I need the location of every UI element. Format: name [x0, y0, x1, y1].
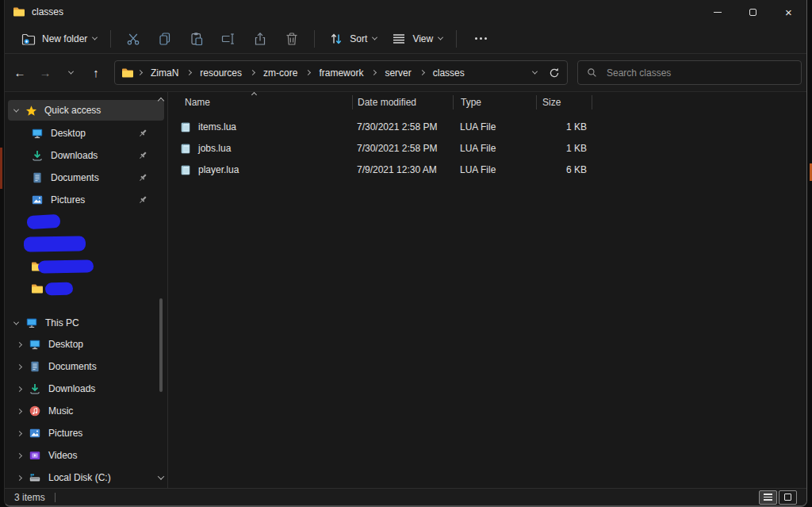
sidebar-item-pictures[interactable]: Pictures [5, 189, 167, 211]
sidebar-item-pc-desktop[interactable]: Desktop [5, 333, 167, 355]
sidebar-item-pc-downloads[interactable]: Downloads [5, 378, 167, 400]
sidebar-item-desktop[interactable]: Desktop [5, 122, 167, 144]
breadcrumb-item[interactable]: zm-core [259, 65, 302, 81]
chevron-right-icon[interactable] [17, 386, 22, 391]
share-button[interactable] [245, 27, 275, 51]
sidebar-scrollbar[interactable] [156, 95, 166, 485]
address-dropdown-icon[interactable] [532, 69, 538, 75]
scroll-up-icon[interactable] [158, 98, 164, 104]
sidebar-this-pc-header[interactable]: This PC [5, 313, 167, 333]
copy-button[interactable] [150, 27, 180, 51]
sidebar-item-label: Desktop [51, 128, 86, 139]
cut-icon [125, 31, 141, 47]
pin-icon[interactable] [137, 172, 148, 183]
view-lines-icon [391, 31, 407, 47]
file-size: 1 KB [566, 121, 587, 133]
sidebar-item-label: Documents [51, 172, 99, 183]
chevron-right-icon[interactable] [17, 430, 22, 436]
file-type: LUA File [460, 143, 496, 154]
file-date-modified: 7/30/2021 2:58 PM [357, 143, 437, 154]
pin-icon[interactable] [137, 194, 148, 205]
refresh-icon[interactable] [548, 67, 561, 79]
file-row-player-lua[interactable]: player.lua 7/9/2021 12:30 AM LUA File 6 … [168, 159, 806, 180]
desktop-icon [29, 338, 41, 351]
view-button[interactable]: View [385, 27, 449, 51]
chevron-right-icon[interactable] [17, 452, 22, 458]
file-row-items-lua[interactable]: items.lua 7/30/2021 2:58 PM LUA File 1 K… [168, 116, 806, 137]
sidebar-item-documents[interactable]: Documents [5, 167, 167, 189]
sidebar-item-redacted[interactable] [5, 211, 167, 233]
share-icon [252, 31, 268, 47]
lua-file-icon [179, 142, 192, 155]
downloads-icon [31, 149, 44, 162]
details-view-icon [764, 494, 772, 501]
pictures-icon [29, 427, 41, 440]
breadcrumb[interactable]: ZimaN resources zm-core framework server… [114, 60, 568, 85]
chevron-down-icon [13, 106, 19, 112]
sidebar-item-pc-documents[interactable]: Documents [5, 355, 167, 378]
breadcrumb-item[interactable]: framework [314, 65, 368, 81]
breadcrumb-item[interactable]: ZimaN [146, 65, 183, 81]
address-bar: ← → ↑ ZimaN resources zm-core framework … [5, 54, 806, 92]
search-box[interactable] [577, 60, 802, 85]
sidebar-item-pc-videos[interactable]: Videos [5, 444, 167, 467]
large-icons-view-button[interactable] [779, 490, 797, 505]
status-divider [55, 493, 56, 502]
copy-icon [157, 31, 173, 47]
sort-arrows-icon [328, 31, 344, 47]
sidebar-item-pc-music[interactable]: Music [5, 400, 167, 422]
breadcrumb-separator-icon [250, 70, 255, 75]
sidebar-item-redacted[interactable] [5, 233, 167, 255]
large-icons-view-icon [784, 494, 791, 501]
sidebar-item-redacted[interactable] [5, 278, 167, 300]
chevron-down-icon [92, 35, 98, 40]
breadcrumb-item[interactable]: server [380, 65, 416, 81]
column-header-size[interactable]: Size [536, 95, 592, 109]
sort-button[interactable]: Sort [322, 27, 383, 51]
sidebar-item-pc-pictures[interactable]: Pictures [5, 422, 167, 444]
chevron-right-icon[interactable] [17, 363, 22, 369]
details-view-button[interactable] [759, 490, 777, 505]
column-header-name[interactable]: Name [168, 95, 352, 109]
more-options-button[interactable] [464, 33, 498, 44]
chevron-right-icon[interactable] [17, 474, 22, 480]
rename-button[interactable] [213, 27, 243, 51]
breadcrumb-item[interactable]: resources [195, 65, 247, 81]
sidebar-item-label: Videos [48, 450, 77, 461]
pictures-icon [31, 194, 44, 206]
new-folder-button[interactable]: New folder [14, 27, 103, 51]
scroll-down-icon[interactable] [158, 473, 164, 479]
forward-button[interactable]: → [33, 61, 57, 85]
close-button[interactable]: × [771, 0, 806, 24]
up-button[interactable]: ↑ [84, 61, 108, 85]
maximize-button[interactable] [735, 0, 771, 24]
pin-icon[interactable] [137, 150, 148, 161]
back-button[interactable]: ← [8, 61, 32, 85]
file-row-jobs-lua[interactable]: jobs.lua 7/30/2021 2:58 PM LUA File 1 KB [168, 137, 806, 159]
chevron-down-icon [438, 35, 443, 40]
sidebar-item-redacted[interactable] [5, 255, 167, 278]
chevron-right-icon[interactable] [17, 408, 22, 413]
sidebar-item-pc-local-disk[interactable]: Local Disk (C:) [5, 467, 167, 488]
title-bar: classes × [5, 0, 806, 24]
search-input[interactable] [605, 67, 793, 79]
quick-access-label: Quick access [44, 105, 101, 116]
column-header-type[interactable]: Type [453, 95, 536, 109]
explorer-window: classes × New folder [4, 0, 807, 507]
paste-button[interactable] [182, 27, 212, 51]
rename-icon [220, 31, 236, 47]
scrollbar-thumb[interactable] [159, 298, 163, 392]
sidebar-item-label: Downloads [48, 383, 95, 394]
breadcrumb-item[interactable]: classes [428, 65, 469, 81]
recent-locations-button[interactable] [59, 61, 82, 85]
cut-button[interactable] [118, 27, 148, 51]
status-bar: 3 items [5, 488, 806, 505]
pin-icon[interactable] [137, 128, 148, 139]
sidebar-item-downloads[interactable]: Downloads [5, 144, 167, 167]
sidebar-item-label: Local Disk (C:) [48, 472, 111, 483]
sidebar-quick-access-header[interactable]: Quick access [8, 100, 164, 121]
delete-button[interactable] [277, 27, 307, 51]
minimize-button[interactable] [699, 0, 735, 24]
column-header-date-modified[interactable]: Date modified [352, 95, 453, 109]
chevron-right-icon[interactable] [17, 341, 22, 347]
